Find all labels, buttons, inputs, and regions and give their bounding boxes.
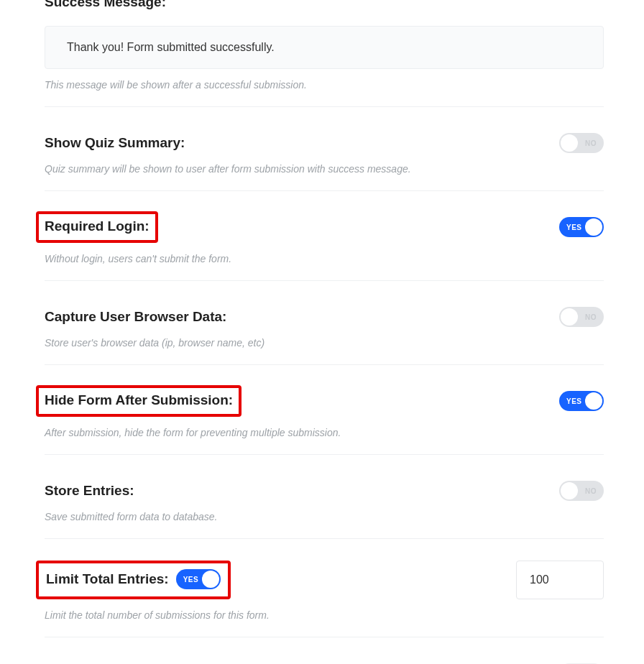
- hide-form-toggle[interactable]: YES: [559, 391, 604, 411]
- toggle-on-label: YES: [566, 223, 582, 231]
- capture-browser-toggle[interactable]: NO: [559, 307, 604, 327]
- store-entries-label: Store Entries:: [45, 483, 134, 499]
- success-message-heading: Success Message:: [45, 0, 604, 10]
- store-entries-toggle[interactable]: NO: [559, 481, 604, 501]
- capture-browser-desc: Store user's browser data (ip, browser n…: [45, 337, 604, 349]
- toggle-on-label: YES: [183, 576, 199, 584]
- setting-count-views: Count views: NO: [45, 637, 604, 664]
- toggle-off-label: NO: [585, 139, 597, 147]
- toggle-on-label: YES: [566, 397, 582, 405]
- hide-form-label: Hide Form After Submission:: [45, 392, 233, 407]
- required-login-label: Required Login:: [45, 218, 150, 234]
- limit-entries-input[interactable]: 100: [516, 561, 604, 599]
- success-message-input[interactable]: Thank you! Form submitted successfully.: [45, 26, 604, 69]
- required-login-desc: Without login, users can't submit the fo…: [45, 253, 604, 264]
- required-login-toggle[interactable]: YES: [559, 217, 604, 237]
- capture-browser-label: Capture User Browser Data:: [45, 309, 226, 325]
- toggle-off-label: NO: [585, 487, 597, 495]
- setting-capture-browser: Capture User Browser Data: NO Store user…: [45, 281, 604, 365]
- setting-show-quiz-summary: Show Quiz Summary: NO Quiz summary will …: [45, 107, 604, 191]
- limit-entries-label: Limit Total Entries:: [46, 571, 169, 587]
- show-quiz-summary-label: Show Quiz Summary:: [45, 135, 185, 151]
- limit-entries-highlight: Limit Total Entries: YES: [36, 561, 231, 599]
- setting-store-entries: Store Entries: NO Save submitted form da…: [45, 455, 604, 539]
- toggle-off-label: NO: [585, 313, 597, 321]
- success-message-hint: This message will be shown after a succe…: [45, 79, 604, 91]
- show-quiz-summary-desc: Quiz summary will be shown to user after…: [45, 163, 604, 175]
- hide-form-desc: After submission, hide the form for prev…: [45, 427, 604, 438]
- required-login-highlight: Required Login:: [36, 211, 158, 243]
- limit-entries-toggle[interactable]: YES: [176, 569, 221, 589]
- setting-limit-entries: Limit Total Entries: YES 100: [45, 539, 604, 599]
- store-entries-desc: Save submitted form data to database.: [45, 511, 604, 522]
- hide-form-highlight: Hide Form After Submission:: [36, 385, 242, 417]
- show-quiz-summary-toggle[interactable]: NO: [559, 133, 604, 153]
- setting-hide-form: Hide Form After Submission: YES After su…: [45, 365, 604, 455]
- limit-entries-desc: Limit the total number of submissions fo…: [45, 609, 604, 621]
- setting-required-login: Required Login: YES Without login, users…: [45, 191, 604, 281]
